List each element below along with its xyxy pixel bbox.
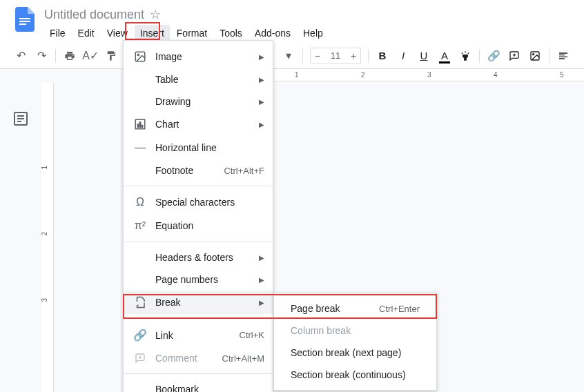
menu-addons[interactable]: Add-ons [249,25,296,41]
highlight-button[interactable] [456,46,475,66]
menu-insert[interactable]: Insert [135,25,170,41]
insert-chart[interactable]: Chart ▶ [124,112,273,136]
pi-icon: π² [132,219,148,232]
undo-icon[interactable]: ↶ [11,46,30,66]
style-dropdown-icon[interactable]: ▾ [279,46,298,66]
menu-view[interactable]: View [101,25,133,41]
chevron-right-icon: ▶ [259,76,264,84]
chart-icon [132,118,148,130]
bold-button[interactable]: B [373,46,392,66]
insert-image-icon[interactable] [525,46,545,66]
menu-tools[interactable]: Tools [214,25,248,41]
ruler-mark: 1 [295,71,299,79]
chevron-right-icon: ▶ [259,299,264,306]
insert-link-icon[interactable]: 🔗 [484,46,503,66]
insert-dropdown: Image ▶ Table ▶ Drawing ▶ Chart ▶ — Hori… [123,40,273,392]
break-section-next[interactable]: Section break (next page) [274,342,436,364]
insert-comment: Comment Ctrl+Alt+M [124,347,273,369]
ruler-mark: 5 [560,71,564,79]
link-icon: 🔗 [132,329,148,342]
insert-hline[interactable]: — Horizontal line [124,136,273,159]
redo-icon[interactable]: ↷ [32,46,51,66]
toolbar: ↶ ↷ A✓ ▾ − 11 + B I U A 🔗 [0,43,584,69]
insert-image[interactable]: Image ▶ [124,45,273,68]
svg-point-12 [137,54,139,55]
insert-equation[interactable]: π² Equation [124,214,273,237]
comment-icon [132,353,148,364]
svg-point-6 [533,53,534,55]
text-color-button[interactable]: A [435,46,454,66]
document-title[interactable]: Untitled document [44,8,144,22]
hline-icon: — [132,141,148,154]
menu-format[interactable]: Format [171,25,213,41]
insert-headers-footers[interactable]: Headers & footers ▶ [124,246,273,268]
star-icon[interactable]: ☆ [150,7,161,22]
vertical-ruler[interactable]: 1 2 3 [41,83,54,392]
menu-file[interactable]: File [44,25,71,41]
insert-comment-icon[interactable] [505,46,524,66]
insert-break[interactable]: Break ▶ [124,291,273,314]
svg-rect-14 [137,124,139,128]
svg-rect-16 [142,126,143,128]
insert-page-numbers[interactable]: Page numbers ▶ [124,268,273,291]
insert-table[interactable]: Table ▶ [124,68,273,90]
break-column: Column break [274,320,436,342]
insert-footnote[interactable]: Footnote Ctrl+Alt+F [124,159,273,182]
outline-icon[interactable] [12,110,29,127]
horizontal-ruler[interactable]: 1 2 3 4 5 [274,69,584,81]
break-submenu: Page break Ctrl+Enter Column break Secti… [273,293,437,391]
break-section-continuous[interactable]: Section break (continuous) [274,364,436,386]
svg-rect-0 [19,18,30,19]
italic-button[interactable]: I [393,46,413,66]
menu-help[interactable]: Help [298,25,329,41]
svg-rect-15 [139,122,141,128]
image-icon [132,50,148,63]
ruler-mark: 2 [361,71,365,79]
chevron-right-icon: ▶ [259,98,264,106]
omega-icon: Ω [132,196,148,208]
vruler-mark: 1 [41,166,48,170]
insert-drawing[interactable]: Drawing ▶ [124,90,273,112]
chevron-right-icon: ▶ [259,254,264,262]
vruler-mark: 3 [41,298,48,302]
insert-bookmark[interactable]: Bookmark [124,378,273,392]
ruler-mark: 3 [427,71,431,79]
font-size-decrease[interactable]: − [311,48,324,63]
print-icon[interactable] [60,46,79,66]
menu-edit[interactable]: Edit [72,25,100,41]
svg-rect-2 [19,23,26,25]
vruler-mark: 2 [41,232,48,236]
break-icon [132,296,148,308]
font-size-value[interactable]: 11 [324,50,347,61]
break-page[interactable]: Page break Ctrl+Enter [274,297,436,320]
align-button[interactable] [554,46,573,66]
spell-check-icon[interactable]: A✓ [81,46,100,66]
paint-format-icon[interactable] [101,46,121,66]
docs-logo[interactable] [11,6,39,33]
svg-rect-1 [19,21,30,22]
underline-button[interactable]: U [414,46,434,66]
ruler-mark: 4 [494,71,498,79]
insert-special-chars[interactable]: Ω Special characters [124,190,273,214]
insert-link[interactable]: 🔗 Link Ctrl+K [124,323,273,347]
font-size-control[interactable]: − 11 + [310,48,361,64]
chevron-right-icon: ▶ [259,276,264,284]
chevron-right-icon: ▶ [259,121,264,128]
font-size-increase[interactable]: + [347,48,360,63]
chevron-right-icon: ▶ [259,53,264,61]
